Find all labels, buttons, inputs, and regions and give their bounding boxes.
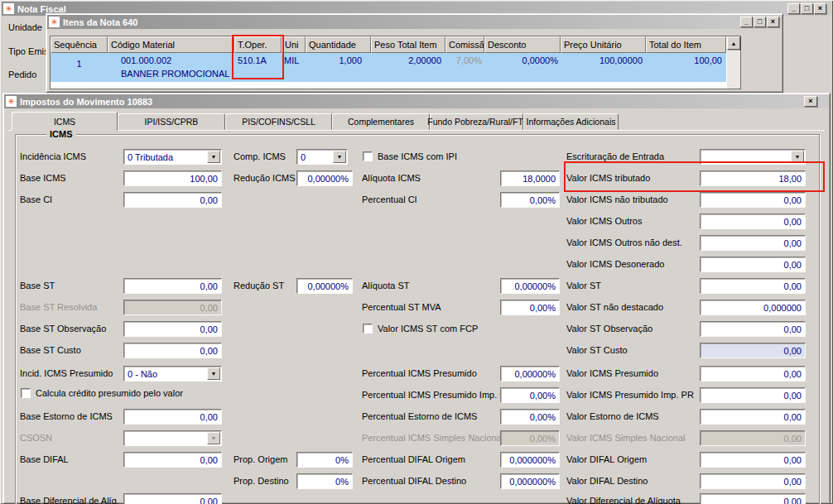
minimize-button[interactable]: _ — [787, 3, 800, 14]
valor-estorno-icms-input[interactable]: 0,00 — [700, 409, 806, 425]
base-diferencial-aliq-input[interactable]: 0,00 — [123, 493, 222, 504]
col-header-preco-unitario[interactable]: Preço Unitário — [561, 36, 646, 53]
comp-icms-select[interactable]: 0▼ — [296, 149, 348, 165]
itens-close-button[interactable]: × — [767, 17, 779, 27]
valor-difal-destino-input[interactable]: 0,00 — [700, 473, 806, 489]
base-icms-input[interactable]: 100,00 — [123, 170, 222, 186]
cell-total-item: 100,00 — [646, 55, 722, 65]
calcula-credito-presumido-label: Calcula crédito presumido pelo valor — [36, 388, 183, 399]
scroll-up-icon: ▲ — [731, 41, 737, 46]
unidade-label: Unidade — [8, 22, 42, 33]
base-estorno-icms-input[interactable]: 0,00 — [123, 409, 222, 425]
calcula-credito-presumido-checkbox[interactable] — [21, 388, 31, 398]
col-header-codigo-material[interactable]: Código Material — [108, 36, 234, 53]
prop-origem-input[interactable]: 0% — [296, 452, 353, 468]
cell-preco-unitario: 100,00000 — [561, 55, 643, 65]
valor-icms-desonerado-input[interactable]: 0,00 — [700, 257, 806, 272]
valor-icms-outros-input[interactable]: 0,00 — [700, 214, 806, 229]
scroll-up-button[interactable]: ▲ — [727, 36, 740, 50]
percentual-icms-presumido-imp-pr-label: Percentual ICMS Presumido Imp. PR — [362, 390, 513, 401]
incid-icms-presumido-select[interactable]: 0 - Não▼ — [123, 366, 222, 382]
table-scrollbar[interactable] — [727, 50, 740, 89]
valor-st-observacao-input[interactable]: 0,00 — [700, 321, 806, 337]
col-header-total-do-item[interactable]: Total do Item — [646, 36, 726, 53]
maximize-button[interactable]: □ — [801, 3, 813, 14]
tab-pis-cofins-csll[interactable]: PIS/COFINS/CSLL — [225, 113, 332, 130]
base-st-input[interactable]: 0,00 — [123, 278, 222, 294]
cell-peso-total: 2,00000 — [371, 55, 441, 65]
base-icms-com-ipi-checkbox[interactable] — [363, 151, 373, 161]
base-ci-input[interactable]: 0,00 — [123, 192, 222, 208]
prop-destino-input[interactable]: 0% — [296, 473, 353, 489]
tab-fundo-pobreza[interactable]: Fundo Pobreza/Rural/FTI — [430, 113, 523, 130]
percentual-estorno-icms-input[interactable]: 0,00% — [500, 409, 560, 425]
valor-icms-outros-nao-dest-input[interactable]: 0,00 — [700, 235, 806, 251]
valor-st-custo-input: 0,00 — [700, 343, 806, 358]
highlight-box-t-oper — [232, 35, 284, 79]
base-diferencial-aliq-label: Base Diferencial de Alíq. — [20, 496, 119, 504]
impostos-close-button[interactable]: × — [804, 96, 817, 107]
percentual-st-mva-input[interactable]: 0,00% — [500, 300, 560, 315]
valor-difal-destino-label: Valor DIFAL Destino — [566, 476, 648, 487]
base-st-observacao-input[interactable]: 0,00 — [123, 321, 222, 337]
cell-uni: MIL — [284, 55, 299, 65]
chevron-down-icon[interactable]: ▼ — [207, 151, 220, 163]
valor-icms-st-com-fcp-label: Valor ICMS ST com FCP — [378, 324, 478, 334]
col-header-desconto[interactable]: Desconto — [484, 36, 561, 53]
valor-icms-nao-tributado-input[interactable]: 0,00 — [700, 192, 806, 208]
valor-st-nao-destacado-input[interactable]: 0,000000 — [700, 300, 806, 315]
itens-title: Itens da Nota 640 — [63, 17, 137, 27]
cell-codigo-material: 001.000.002 — [121, 55, 171, 65]
valor-icms-presumido-imp-pr-input[interactable]: 0,00 — [700, 387, 806, 403]
impostos-titlebar: ✳ Impostos do Movimento 10883 — [4, 94, 829, 108]
tab-ipi-iss-cprb[interactable]: IPI/ISS/CPRB — [118, 113, 225, 130]
impostos-title: Impostos do Movimento 10883 — [20, 97, 152, 107]
valor-difal-origem-input[interactable]: 0,00 — [700, 452, 806, 468]
base-difal-input[interactable]: 0,00 — [123, 452, 222, 468]
tab-icms[interactable]: ICMS — [12, 112, 118, 131]
minimize-icon: _ — [792, 5, 796, 12]
col-header-peso-total-item[interactable]: Peso Total Item — [371, 36, 445, 53]
reducao-icms-input[interactable]: 0,00000% — [296, 170, 353, 186]
base-st-resolvida-input: 0,00 — [123, 300, 222, 315]
percentual-icms-presumido-label: Percentual ICMS Presumido — [362, 368, 477, 379]
reducao-icms-label: Redução ICMS — [234, 173, 296, 184]
percentual-icms-simples-input: 0,00% — [500, 430, 560, 446]
chevron-down-icon[interactable]: ▼ — [207, 367, 220, 380]
tab-complementares[interactable]: Complementares — [332, 113, 430, 130]
reducao-st-input[interactable]: 0,00000% — [296, 278, 353, 294]
valor-icms-st-com-fcp-checkbox[interactable] — [363, 324, 373, 334]
col-header-comissao[interactable]: Comissão — [445, 36, 484, 53]
col-header-uni[interactable]: Uni — [282, 36, 306, 53]
aliquota-icms-input[interactable]: 18,0000 — [500, 170, 560, 186]
aliquota-st-input[interactable]: 0,00000% — [500, 278, 560, 294]
tab-informacoes-adicionais[interactable]: Informações Adicionais — [523, 113, 619, 130]
valor-icms-presumido-imp-pr-label: Valor ICMS Presumido Imp. PR — [566, 390, 694, 401]
incidencia-icms-select[interactable]: 0 Tributada▼ — [123, 149, 222, 165]
percentual-ci-input[interactable]: 0,00% — [500, 192, 560, 208]
aliquota-st-label: Alíquota ST — [362, 281, 409, 291]
incid-icms-presumido-label: Incid. ICMS Presumido — [20, 368, 113, 379]
valor-estorno-icms-label: Valor Estorno de ICMS — [566, 411, 659, 422]
percentual-difal-destino-input[interactable]: 0,000000% — [500, 473, 560, 489]
percentual-icms-presumido-input[interactable]: 0,00000% — [500, 366, 560, 382]
itens-minimize-button[interactable]: _ — [740, 17, 753, 27]
aliquota-icms-label: Alíquota ICMS — [362, 173, 421, 184]
col-header-sequencia[interactable]: Sequência — [51, 36, 108, 53]
percentual-difal-origem-input[interactable]: 0,000000% — [500, 452, 560, 468]
base-icms-com-ipi-label: Base ICMS com IPI — [378, 151, 457, 162]
valor-diferencial-aliquota-input[interactable]: 0,00 — [700, 493, 806, 504]
itens-maximize-button[interactable]: □ — [754, 17, 766, 27]
chevron-down-icon[interactable]: ▼ — [333, 151, 346, 163]
valor-st-input[interactable]: 0,00 — [700, 278, 806, 294]
col-header-quantidade[interactable]: Quantidade — [306, 36, 371, 53]
itens-titlebar: ✳ Itens da Nota 640 — [47, 15, 782, 29]
reducao-st-label: Redução ST — [234, 281, 284, 291]
pedido-label: Pedido — [8, 70, 36, 80]
close-button[interactable]: × — [814, 3, 826, 14]
base-st-custo-input[interactable]: 0,00 — [123, 343, 222, 358]
valor-icms-presumido-input[interactable]: 0,00 — [700, 366, 806, 382]
cell-comissao: 7,00% — [445, 55, 482, 65]
base-st-custo-label: Base ST Custo — [20, 345, 81, 356]
percentual-icms-presumido-imp-pr-input[interactable]: 0,00% — [500, 387, 560, 403]
